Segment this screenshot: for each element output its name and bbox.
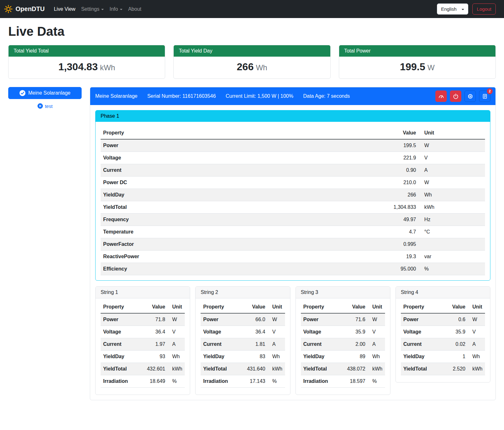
table-row: Power 71.6 W: [301, 313, 385, 326]
unit-cell: Hz: [419, 214, 485, 226]
summary-card-body: 199.5W: [339, 57, 495, 78]
summary-card-title: Total Yield Total: [9, 45, 165, 57]
unit-cell: [419, 238, 485, 251]
brand[interactable]: OpenDTU: [4, 4, 45, 14]
summary-card-body: 1,304.83kWh: [9, 57, 165, 78]
string-card: String 4 Property Value Unit: [395, 286, 490, 383]
table-row: YieldDay 1 Wh: [401, 351, 485, 363]
string-card: String 1 Property Value Unit: [95, 286, 190, 395]
property-cell: Voltage: [101, 152, 384, 164]
property-cell: Power DC: [101, 177, 384, 189]
summary-value: 266: [237, 61, 253, 72]
sidebar-item-test[interactable]: test: [37, 103, 53, 109]
string-card-body: Property Value Unit Power 66.0 W: [196, 298, 290, 395]
table-row: Power DC 210.0 W: [101, 177, 485, 189]
value-cell: 95.000: [384, 263, 419, 275]
string-card-title: String 2: [196, 287, 290, 298]
nav-info[interactable]: Info: [107, 4, 125, 15]
table-row: Current 0.90 A: [101, 164, 485, 177]
property-cell: Power: [301, 313, 341, 326]
check-circle-icon: [19, 90, 26, 96]
inverter-panel-body: Phase 1 Property Value Unit: [90, 105, 495, 400]
value-cell: 0.995: [384, 238, 419, 251]
value-cell: 2.00: [341, 338, 368, 351]
unit-cell: Wh: [168, 351, 185, 363]
table-row: Power 66.0 W: [201, 313, 285, 326]
table-row: YieldTotal 438.072 kWh: [301, 363, 385, 375]
value-cell: 1,304.833: [384, 201, 419, 214]
nav-about[interactable]: About: [125, 4, 144, 15]
value-cell: 210.0: [384, 177, 419, 189]
nav-live-view[interactable]: Live View: [51, 4, 78, 15]
inverter-info-button[interactable]: [464, 90, 476, 102]
table-row: ReactivePower 19.3 var: [101, 251, 485, 263]
unit-header: Unit: [268, 301, 285, 313]
value-header: Value: [141, 301, 168, 313]
string-card: String 2 Property Value Unit: [195, 286, 290, 395]
event-count-badge: 2: [487, 88, 493, 94]
table-header-row: Property Value Unit: [401, 301, 485, 313]
inverter-select-button[interactable]: Meine Solaranlage: [8, 87, 82, 99]
property-cell: Efficiency: [101, 263, 384, 275]
language-select[interactable]: English: [437, 3, 468, 15]
unit-cell: Wh: [268, 351, 285, 363]
value-cell: 438.072: [341, 363, 368, 375]
value-header: Value: [441, 301, 468, 313]
value-cell: 2.520: [441, 363, 468, 375]
table-row: YieldDay 93 Wh: [101, 351, 185, 363]
table-row: Power 0.6 W: [401, 313, 485, 326]
nav-info-label: Info: [109, 6, 118, 12]
table-row: Irradiation 18.597 %: [301, 375, 385, 388]
unit-cell: A: [468, 338, 485, 351]
property-cell: YieldTotal: [401, 363, 441, 375]
property-cell: YieldTotal: [201, 363, 241, 375]
string-card-title: String 1: [96, 287, 190, 298]
phase-card: Phase 1 Property Value Unit: [95, 110, 490, 281]
property-cell: PowerFactor: [101, 238, 384, 251]
unit-cell: V: [268, 326, 285, 338]
string-card-title: String 3: [296, 287, 390, 298]
table-row: YieldDay 83 Wh: [201, 351, 285, 363]
property-cell: ReactivePower: [101, 251, 384, 263]
property-cell: Current: [101, 164, 384, 177]
logout-button[interactable]: Logout: [472, 3, 496, 15]
value-cell: 17.143: [241, 375, 268, 388]
unit-cell: kWh: [368, 363, 385, 375]
unit-cell: V: [468, 326, 485, 338]
value-cell: 36.4: [241, 326, 268, 338]
table-row: Power 71.8 W: [101, 313, 185, 326]
string-card-title: String 4: [396, 287, 490, 298]
table-row: YieldTotal 2.520 kWh: [401, 363, 485, 375]
property-cell: Irradiation: [201, 375, 241, 388]
value-cell: 93: [141, 351, 168, 363]
sun-icon: [4, 4, 13, 14]
navbar: OpenDTU Live View Settings Info About En…: [0, 0, 504, 18]
unit-cell: W: [468, 313, 485, 326]
summary-card: Total Power 199.5W: [339, 45, 496, 79]
summary-card-title: Total Power: [339, 45, 495, 57]
table-row: Irradiation 17.143 %: [201, 375, 285, 388]
property-cell: YieldTotal: [101, 363, 141, 375]
nav-settings[interactable]: Settings: [78, 4, 107, 15]
property-cell: Current: [201, 338, 241, 351]
page-title: Live Data: [8, 24, 496, 39]
inverter-panel-header: Meine Solaranlage Serial Number: 1161716…: [90, 87, 495, 105]
unit-cell: W: [419, 139, 485, 152]
table-row: Voltage 36.4 V: [201, 326, 285, 338]
unit-cell: %: [419, 263, 485, 275]
event-log-button[interactable]: 2: [479, 90, 490, 102]
unit-cell: °C: [419, 226, 485, 238]
table-row: Current 1.81 A: [201, 338, 285, 351]
property-cell: YieldDay: [101, 351, 141, 363]
property-cell: Voltage: [201, 326, 241, 338]
power-settings-button[interactable]: [450, 90, 461, 102]
value-cell: 66.0: [241, 313, 268, 326]
summary-value: 1,304.83: [58, 61, 98, 72]
limit-settings-button[interactable]: [435, 90, 447, 102]
summary-unit: Wh: [256, 63, 267, 72]
property-cell: Current: [401, 338, 441, 351]
summary-card-title: Total Yield Day: [174, 45, 330, 57]
value-cell: 4.7: [384, 226, 419, 238]
value-header: Value: [341, 301, 368, 313]
string-card: String 3 Property Value Unit: [296, 286, 390, 395]
